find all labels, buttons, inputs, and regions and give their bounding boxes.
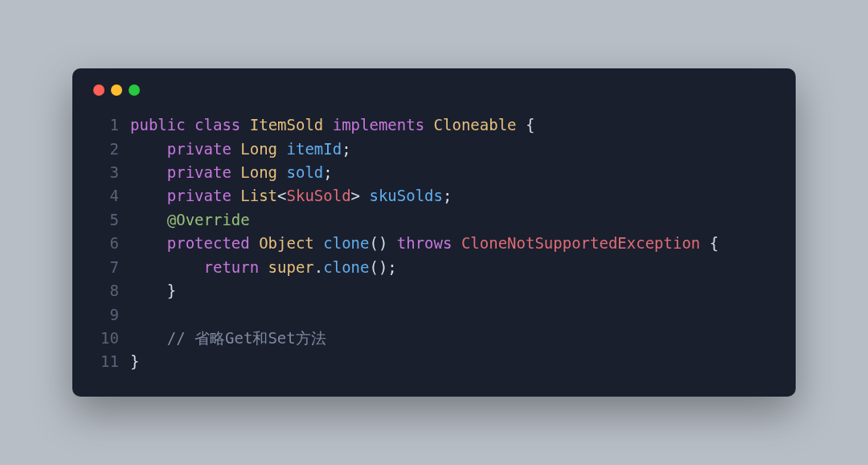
token-name: skuSolds (369, 187, 443, 204)
token-punct: . (314, 258, 323, 276)
token-method: clone (323, 258, 369, 276)
token-punct: () (369, 234, 396, 252)
minimize-icon[interactable] (111, 84, 122, 96)
token-name: itemId (287, 140, 342, 158)
token-type: ItemSold (250, 116, 324, 134)
line-content (130, 303, 139, 327)
token-type: List (240, 187, 277, 204)
code-line: 3 private Long sold; (92, 161, 776, 184)
close-icon[interactable] (93, 84, 104, 96)
line-content: } (130, 350, 139, 373)
line-number: 7 (92, 256, 119, 279)
token-punct (452, 234, 461, 252)
token-qualifier: SkuSold (287, 187, 351, 204)
token-name: sold (287, 163, 324, 181)
token-punct (314, 234, 323, 252)
line-content: public class ItemSold implements Cloneab… (130, 113, 534, 137)
line-content: return super.clone(); (130, 256, 397, 279)
indent (130, 187, 167, 204)
token-kw: class (194, 116, 240, 134)
code-line: 8 } (92, 279, 776, 302)
indent (130, 163, 167, 181)
token-punct (231, 140, 240, 158)
indent (130, 234, 167, 252)
line-content: } (130, 279, 176, 302)
line-content: private Long itemId; (130, 138, 351, 161)
line-content: // 省略Get和Set方法 (130, 327, 326, 350)
line-content: private Long sold; (130, 161, 333, 184)
token-punct (424, 116, 433, 134)
token-type: Cloneable (434, 116, 517, 134)
token-kw: private (167, 140, 231, 158)
token-type: Object (259, 234, 314, 252)
token-kw: return (204, 258, 260, 276)
token-punct: { (700, 234, 719, 252)
maximize-icon[interactable] (129, 84, 140, 96)
code-line: 11} (92, 350, 776, 373)
token-punct (231, 163, 240, 181)
code-line: 4 private List<SkuSold> skuSolds; (92, 184, 776, 208)
line-content: protected Object clone() throws CloneNot… (130, 232, 719, 255)
token-kw: protected (167, 234, 250, 252)
token-punct (259, 258, 268, 276)
token-kw: throws (397, 234, 452, 252)
token-punct (323, 116, 332, 134)
token-punct: > (351, 187, 370, 204)
line-number: 5 (92, 208, 119, 232)
token-method: clone (323, 234, 369, 252)
token-kw: private (167, 187, 231, 204)
line-number: 4 (92, 184, 119, 208)
line-number: 11 (92, 350, 119, 373)
indent (130, 282, 167, 299)
token-punct: } (130, 352, 139, 370)
token-punct (231, 187, 240, 204)
line-number: 9 (92, 303, 119, 327)
indent (130, 211, 167, 228)
token-punct: ; (323, 163, 332, 181)
code-line: 5 @Override (92, 208, 776, 232)
line-number: 6 (92, 232, 119, 255)
code-line: 2 private Long itemId; (92, 138, 776, 161)
token-comment: // 省略Get和Set方法 (167, 329, 326, 347)
token-punct: (); (369, 258, 396, 276)
token-type: Long (240, 163, 277, 181)
line-number: 8 (92, 279, 119, 302)
token-kw: private (167, 163, 231, 181)
token-punct (277, 163, 286, 181)
line-content: private List<SkuSold> skuSolds; (130, 184, 452, 208)
line-content: @Override (130, 208, 250, 232)
token-punct: { (517, 116, 535, 134)
indent (130, 329, 167, 347)
window-titlebar (92, 84, 776, 96)
line-number: 10 (92, 327, 119, 350)
code-window: 1public class ItemSold implements Clonea… (72, 68, 796, 397)
token-punct: } (167, 282, 176, 299)
token-kw: public (130, 116, 186, 134)
line-number: 3 (92, 161, 119, 184)
indent (130, 258, 204, 276)
code-line: 9 (92, 303, 776, 327)
code-line: 10 // 省略Get和Set方法 (92, 327, 776, 350)
line-number: 1 (92, 113, 119, 137)
token-type: super (268, 258, 314, 276)
line-number: 2 (92, 138, 119, 161)
indent (130, 140, 167, 158)
token-annotation: @Override (167, 211, 250, 228)
code-line: 6 protected Object clone() throws CloneN… (92, 232, 776, 255)
token-kw: implements (333, 116, 424, 134)
token-type: Long (240, 140, 277, 158)
token-punct (186, 116, 194, 134)
token-punct: < (277, 187, 286, 204)
token-punct: ; (443, 187, 452, 204)
code-line: 7 return super.clone(); (92, 256, 776, 279)
code-block: 1public class ItemSold implements Clonea… (92, 113, 776, 374)
token-punct (240, 116, 249, 134)
token-punct (250, 234, 259, 252)
token-punct (277, 140, 286, 158)
token-exception: CloneNotSupportedException (461, 234, 700, 252)
code-line: 1public class ItemSold implements Clonea… (92, 113, 776, 137)
token-punct: ; (342, 140, 350, 158)
